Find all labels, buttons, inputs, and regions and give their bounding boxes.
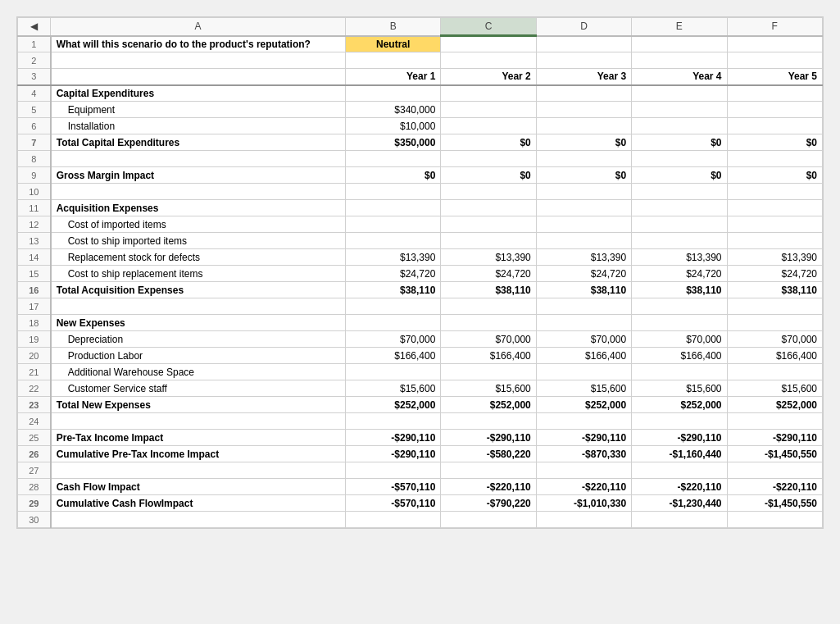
col-a-header: A	[51, 18, 346, 36]
row-number: 14	[18, 249, 51, 266]
cell-c: $24,720	[441, 266, 536, 282]
cell-c: $252,000	[441, 397, 536, 413]
cell-c	[441, 462, 536, 479]
col-e-header: E	[632, 18, 727, 36]
cell-c	[441, 512, 536, 528]
cell-f: -$220,110	[727, 479, 822, 495]
cell-b: $10,000	[345, 118, 440, 134]
row-number: 4	[18, 85, 51, 102]
cell-a: Total New Expenses	[51, 397, 346, 413]
cell-e	[632, 233, 727, 249]
cell-d	[536, 52, 631, 69]
cell-d	[536, 216, 631, 233]
cell-a: Total Acquisition Expenses	[51, 282, 346, 298]
cell-f	[727, 151, 822, 167]
cell-d	[536, 85, 631, 102]
row-number: 18	[18, 315, 51, 331]
cell-e	[632, 85, 727, 102]
cell-b	[345, 85, 440, 102]
cell-a: Depreciation	[51, 331, 346, 348]
cell-a	[51, 151, 346, 167]
row-number: 24	[18, 413, 51, 430]
table-row: 12Cost of imported items	[18, 216, 823, 233]
table-row: 18New Expenses	[18, 315, 823, 331]
cell-e: Year 4	[632, 69, 727, 85]
cell-c: $0	[441, 134, 536, 151]
row-number: 16	[18, 282, 51, 298]
cell-f: $252,000	[727, 397, 822, 413]
cell-f	[727, 315, 822, 331]
cell-c: -$790,220	[441, 495, 536, 512]
cell-a: Cost to ship imported items	[51, 233, 346, 249]
cell-c	[441, 216, 536, 233]
cell-d	[536, 118, 631, 134]
cell-f: -$1,450,550	[727, 495, 822, 512]
cell-e	[632, 36, 727, 52]
cell-e	[632, 512, 727, 528]
column-headers: ◀ A B C D E F	[18, 18, 823, 36]
cell-e: -$220,110	[632, 479, 727, 495]
cell-e	[632, 413, 727, 430]
cell-f: -$290,110	[727, 430, 822, 446]
cell-d	[536, 233, 631, 249]
cell-e	[632, 151, 727, 167]
cell-e: $252,000	[632, 397, 727, 413]
cell-e: $24,720	[632, 266, 727, 282]
table-row: 19Depreciation$70,000$70,000$70,000$70,0…	[18, 331, 823, 348]
table-row: 20Production Labor$166,400$166,400$166,4…	[18, 348, 823, 364]
cell-c: -$580,220	[441, 446, 536, 462]
cell-b: Neutral	[345, 36, 440, 52]
cell-d: $70,000	[536, 331, 631, 348]
cell-f	[727, 216, 822, 233]
cell-c	[441, 200, 536, 216]
cell-a: Cost to ship replacement items	[51, 266, 346, 282]
cell-a	[51, 52, 346, 69]
row-number: 28	[18, 479, 51, 495]
row-number: 30	[18, 512, 51, 528]
cell-b	[345, 216, 440, 233]
cell-b: $24,720	[345, 266, 440, 282]
cell-e	[632, 200, 727, 216]
row-number: 7	[18, 134, 51, 151]
cell-b: $70,000	[345, 331, 440, 348]
row-number: 12	[18, 216, 51, 233]
cell-b: $0	[345, 167, 440, 184]
cell-f	[727, 200, 822, 216]
cell-d: $252,000	[536, 397, 631, 413]
cell-b: -$290,110	[345, 446, 440, 462]
cell-f: Year 5	[727, 69, 822, 85]
cell-f: $38,110	[727, 282, 822, 298]
table-row: 8	[18, 151, 823, 167]
row-number: 13	[18, 233, 51, 249]
cell-b: $340,000	[345, 102, 440, 118]
row-number: 2	[18, 52, 51, 69]
cell-c: Year 2	[441, 69, 536, 85]
cell-a: New Expenses	[51, 315, 346, 331]
cell-d	[536, 413, 631, 430]
table-row: 30	[18, 512, 823, 528]
cell-e	[632, 364, 727, 380]
cell-f	[727, 413, 822, 430]
cell-c	[441, 118, 536, 134]
cell-f: $15,600	[727, 380, 822, 397]
cell-b	[345, 413, 440, 430]
cell-b: $166,400	[345, 348, 440, 364]
cell-a	[51, 184, 346, 200]
cell-e: $166,400	[632, 348, 727, 364]
cell-a: Cumulative Cash FlowImpact	[51, 495, 346, 512]
cell-c: $0	[441, 167, 536, 184]
cell-d: Year 3	[536, 69, 631, 85]
cell-a: Installation	[51, 118, 346, 134]
cell-e	[632, 216, 727, 233]
cell-d	[536, 151, 631, 167]
cell-c	[441, 36, 536, 52]
cell-b	[345, 151, 440, 167]
row-number: 27	[18, 462, 51, 479]
cell-e	[632, 462, 727, 479]
cell-d: -$1,010,330	[536, 495, 631, 512]
cell-e: $0	[632, 134, 727, 151]
table-row: 1What will this scenario do to the produ…	[18, 36, 823, 52]
cell-f	[727, 462, 822, 479]
cell-c	[441, 315, 536, 331]
cell-d: $0	[536, 167, 631, 184]
